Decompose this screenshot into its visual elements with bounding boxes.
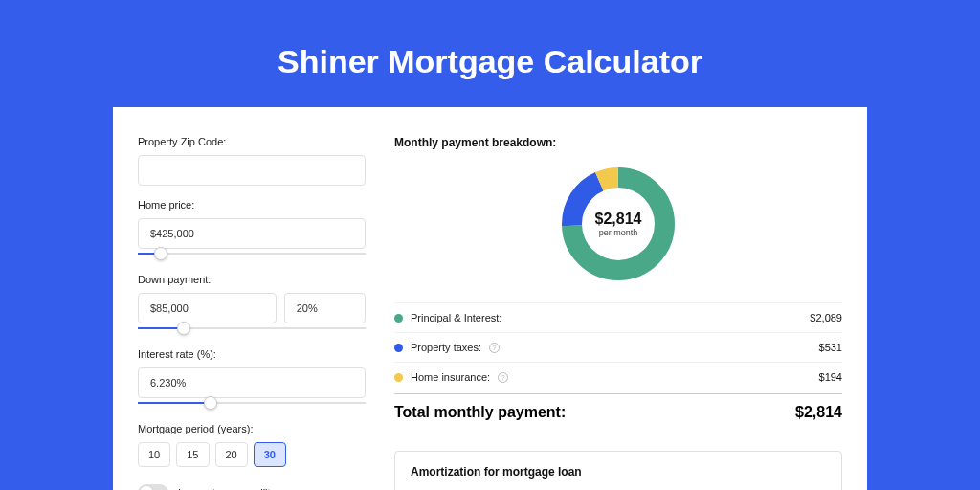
mortgage-period-field: Mortgage period (years): 10 15 20 30 — [138, 423, 366, 467]
amortization-title: Amortization for mortgage loan — [411, 465, 826, 479]
home-price-field: Home price: — [138, 199, 366, 260]
slider-thumb-icon[interactable] — [154, 247, 167, 260]
period-option-15[interactable]: 15 — [176, 442, 209, 467]
breakdown-total-row: Total monthly payment: $2,814 — [394, 393, 842, 430]
breakdown-row-label: Property taxes: — [411, 342, 481, 353]
form-column: Property Zip Code: Home price: Down paym… — [138, 136, 366, 490]
zip-field: Property Zip Code: — [138, 136, 366, 186]
interest-rate-input[interactable] — [138, 368, 366, 398]
breakdown-row-insurance: Home insurance: ? $194 — [394, 362, 842, 391]
zip-label: Property Zip Code: — [138, 136, 366, 147]
donut-sub: per month — [599, 228, 638, 237]
period-option-10[interactable]: 10 — [138, 442, 170, 467]
page-title: Shiner Mortgage Calculator — [0, 0, 980, 107]
breakdown-total-value: $2,814 — [795, 404, 842, 421]
period-options: 10 15 20 30 — [138, 442, 366, 467]
breakdown-row-taxes: Property taxes: ? $531 — [394, 332, 842, 362]
breakdown-title: Monthly payment breakdown: — [394, 136, 842, 149]
down-payment-amount-input[interactable] — [138, 293, 277, 323]
amortization-section: Amortization for mortgage loan Amortizat… — [394, 451, 842, 490]
interest-rate-field: Interest rate (%): — [138, 348, 366, 410]
breakdown-row-label: Home insurance: — [411, 371, 490, 383]
toggle-knob-icon — [140, 486, 153, 490]
down-payment-percent-input[interactable] — [284, 293, 366, 323]
breakdown-row-value: $531 — [819, 342, 842, 353]
donut-chart: $2,814 per month — [394, 167, 842, 281]
down-payment-label: Down payment: — [138, 274, 366, 285]
breakdown-total-label: Total monthly payment: — [394, 404, 566, 421]
down-payment-slider[interactable] — [138, 322, 366, 335]
period-option-20[interactable]: 20 — [215, 442, 248, 467]
interest-rate-label: Interest rate (%): — [138, 348, 366, 360]
dot-icon — [394, 344, 403, 352]
down-payment-field: Down payment: — [138, 274, 366, 335]
home-price-slider[interactable] — [138, 247, 366, 260]
donut-amount: $2,814 — [595, 211, 642, 228]
zip-input[interactable] — [138, 155, 366, 186]
breakdown-row-value: $2,089 — [810, 312, 842, 323]
mortgage-period-label: Mortgage period (years): — [138, 423, 366, 434]
home-price-label: Home price: — [138, 199, 366, 211]
period-option-30[interactable]: 30 — [254, 442, 286, 467]
breakdown-column: Monthly payment breakdown: $2,814 per mo… — [394, 136, 842, 490]
slider-thumb-icon[interactable] — [177, 322, 190, 335]
veteran-toggle-row: I am veteran or military — [138, 484, 366, 490]
interest-rate-slider[interactable] — [138, 396, 366, 410]
veteran-toggle[interactable] — [138, 484, 168, 490]
calculator-card: Property Zip Code: Home price: Down paym… — [113, 107, 867, 490]
info-icon[interactable]: ? — [489, 343, 500, 353]
dot-icon — [394, 314, 403, 323]
breakdown-row-value: $194 — [819, 371, 842, 383]
breakdown-row-label: Principal & Interest: — [411, 312, 501, 323]
home-price-input[interactable] — [138, 218, 366, 249]
info-icon[interactable]: ? — [498, 372, 508, 383]
donut-center: $2,814 per month — [582, 188, 655, 260]
breakdown-row-principal: Principal & Interest: $2,089 — [394, 302, 842, 332]
slider-thumb-icon[interactable] — [204, 396, 217, 410]
dot-icon — [394, 373, 403, 382]
